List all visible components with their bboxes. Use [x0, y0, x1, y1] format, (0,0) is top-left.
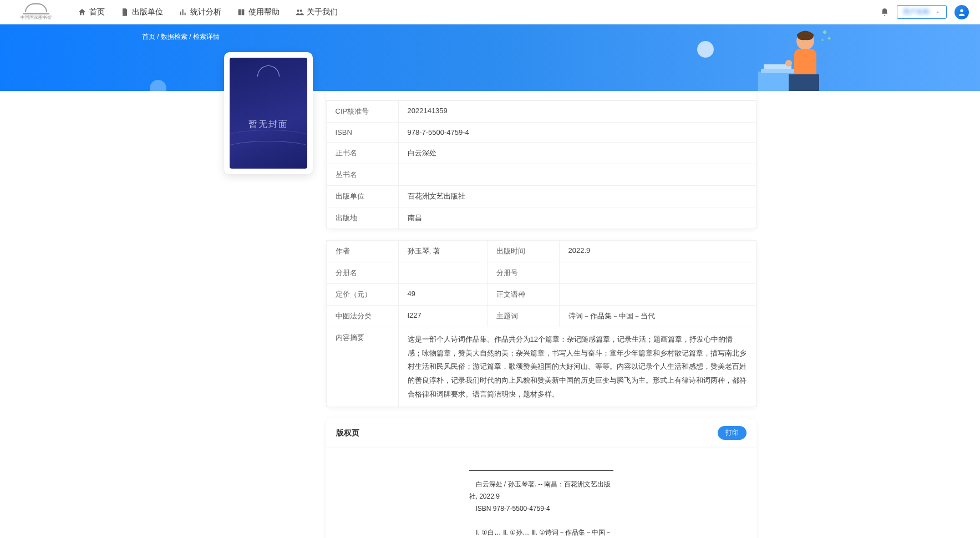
- cip-line: 白云深处 / 孙玉琴著. -- 南昌：百花洲文艺出版社, 2022.9: [469, 479, 613, 503]
- bell-icon[interactable]: [880, 8, 889, 17]
- field-value: 978-7-5500-4759-4: [398, 123, 756, 143]
- field-value: I227: [398, 306, 487, 327]
- user-dropdown[interactable]: 用户名称: [897, 5, 947, 19]
- nav-label: 统计分析: [190, 7, 221, 17]
- crumb-home[interactable]: 首页: [142, 33, 155, 40]
- field-label: CIP核准号: [326, 101, 398, 123]
- field-label: 出版时间: [487, 241, 559, 262]
- svg-rect-8: [789, 74, 819, 91]
- nav-label: 出版单位: [132, 7, 163, 17]
- crumb-current: 检索详情: [193, 33, 220, 40]
- field-value: 49: [398, 284, 487, 306]
- field-value: 诗词－作品集－中国－当代: [559, 306, 756, 327]
- nav-label: 首页: [89, 7, 105, 17]
- field-value: 白云深处: [398, 143, 756, 164]
- nav-stats[interactable]: 统计分析: [179, 7, 221, 17]
- top-nav: 中国国家图书馆 首页 出版单位 统计分析 使用帮助 关于我们 用户名称: [0, 0, 980, 24]
- summary-value: 这是一部个人诗词作品集。作品共分为12个篇章：杂记随感篇章，记录生活；题画篇章，…: [398, 327, 756, 407]
- field-label: 丛书名: [326, 164, 398, 186]
- field-value: 南昌: [398, 207, 756, 229]
- field-label: 主题词: [487, 306, 559, 327]
- card-title: 版权页: [336, 428, 359, 438]
- nav-publisher[interactable]: 出版单位: [120, 7, 163, 17]
- book-cover-placeholder: 暂无封面: [230, 58, 307, 169]
- cip-card: 版权页 打印 白云深处 / 孙玉琴著. -- 南昌：百花洲文艺出版社, 2022…: [326, 418, 756, 538]
- chevron-down-icon: [935, 9, 941, 15]
- cip-page-content: 白云深处 / 孙玉琴著. -- 南昌：百花洲文艺出版社, 2022.9 ISBN…: [464, 459, 619, 538]
- svg-point-0: [297, 9, 299, 12]
- field-value: [398, 164, 756, 186]
- field-value: [559, 262, 756, 284]
- field-label: 出版地: [326, 207, 398, 229]
- hero-illustration: [758, 24, 836, 91]
- nav-label: 关于我们: [307, 7, 338, 17]
- field-label: 出版单位: [326, 186, 398, 207]
- svg-point-2: [960, 9, 963, 12]
- svg-point-9: [785, 60, 792, 67]
- detail-table: 作者 孙玉琴, 著 出版时间 2022.9 分册名 分册号 定价（元） 49 正…: [326, 240, 756, 407]
- field-label: ISBN: [326, 123, 398, 143]
- hero-banner: 首页 / 数据检索 / 检索详情: [0, 24, 980, 91]
- field-value: [398, 262, 487, 284]
- svg-rect-7: [794, 49, 816, 77]
- detail-card: 作者 孙玉琴, 著 出版时间 2022.9 分册名 分册号 定价（元） 49 正…: [326, 240, 756, 407]
- document-icon: [120, 8, 129, 17]
- home-icon: [78, 8, 87, 17]
- field-label: 分册名: [326, 262, 398, 284]
- site-logo[interactable]: 中国国家图书馆: [11, 2, 61, 22]
- field-value: 2022.9: [559, 241, 756, 262]
- svg-point-1: [300, 9, 302, 12]
- result-table: CIP核准号2022141359 ISBN978-7-5500-4759-4 正…: [326, 100, 756, 229]
- field-label: 正文语种: [487, 284, 559, 306]
- nav-about[interactable]: 关于我们: [295, 7, 338, 17]
- svg-rect-4: [761, 69, 794, 73]
- field-value: 孙玉琴, 著: [398, 241, 487, 262]
- field-label: 定价（元）: [326, 284, 398, 306]
- cip-line: Ⅰ. ①白… Ⅱ. ①孙… Ⅲ. ①诗词－作品集－中国－当代 Ⅳ. ①I227: [469, 527, 613, 538]
- field-label: 内容摘要: [326, 327, 398, 407]
- book-icon: [237, 8, 246, 17]
- field-label: 分册号: [487, 262, 559, 284]
- top-right: 用户名称: [880, 5, 969, 19]
- nav-label: 使用帮助: [248, 7, 280, 17]
- field-value: 百花洲文艺出版社: [398, 186, 756, 207]
- print-button[interactable]: 打印: [718, 426, 747, 440]
- user-name: 用户名称: [903, 7, 932, 17]
- cip-line: ISBN 978-7-5500-4759-4: [469, 503, 613, 515]
- breadcrumb: 首页 / 数据检索 / 检索详情: [142, 32, 220, 42]
- nav-home[interactable]: 首页: [78, 7, 105, 17]
- field-label: 中图法分类: [326, 306, 398, 327]
- main-nav: 首页 出版单位 统计分析 使用帮助 关于我们: [78, 7, 880, 17]
- field-label: 作者: [326, 241, 398, 262]
- cover-text: 暂无封面: [248, 119, 288, 130]
- users-icon: [295, 8, 304, 17]
- chart-icon: [179, 8, 187, 17]
- crumb-search[interactable]: 数据检索: [161, 33, 187, 40]
- avatar[interactable]: [954, 5, 969, 19]
- nav-help[interactable]: 使用帮助: [237, 7, 280, 17]
- book-cover-card: 暂无封面: [224, 52, 313, 174]
- search-result-card: 检索结果 查阅更多信息 CIP核准号2022141359 ISBN978-7-5…: [326, 74, 756, 229]
- field-label: 正书名: [326, 143, 398, 164]
- field-value: 2022141359: [398, 101, 756, 123]
- field-value: [559, 284, 756, 306]
